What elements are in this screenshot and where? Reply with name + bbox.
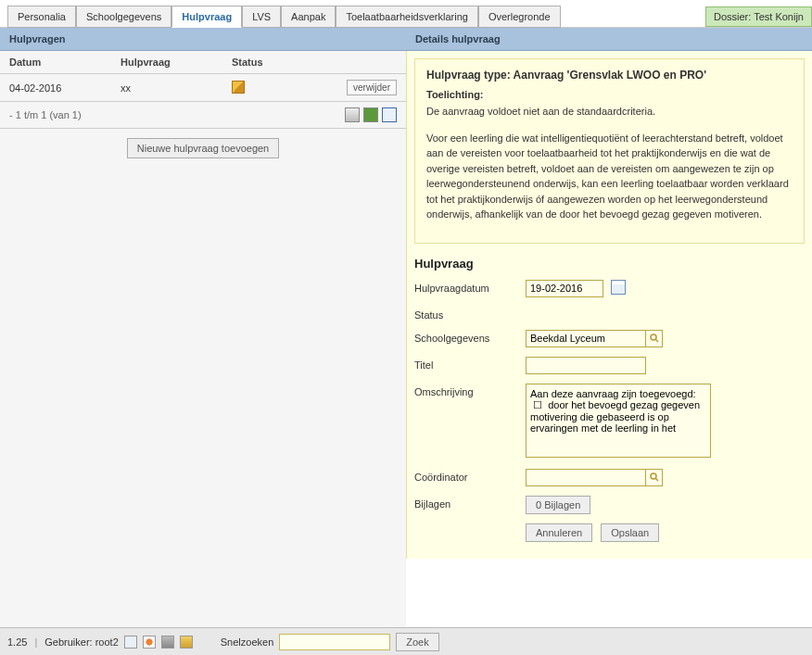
col-header-status: Status xyxy=(232,57,324,68)
annuleren-button[interactable]: Annuleren xyxy=(526,523,592,542)
main: Hulpvragen Datum Hulpvraag Status 04-02-… xyxy=(0,28,812,627)
lookup-icon[interactable] xyxy=(646,469,663,486)
tabs: Personalia Schoolgegevens Hulpvraag LVS … xyxy=(7,6,561,27)
details-body: Hulpvraag type: Aanvraag 'Grensvlak LWOO… xyxy=(406,51,812,559)
svg-point-0 xyxy=(651,334,656,340)
user-label: Gebruiker: root2 xyxy=(44,636,118,648)
info-sublabel: Toelichting: xyxy=(426,89,793,100)
search-button[interactable]: Zoek xyxy=(396,633,438,651)
new-button-row: Nieuwe hulpvraag toevoegen xyxy=(0,129,406,168)
bottom-bar: 1.25 | Gebruiker: root2 Snelzoeken Zoek xyxy=(0,627,812,655)
edit-icon[interactable] xyxy=(232,81,245,94)
flag-icon[interactable] xyxy=(124,636,137,649)
tab-lvs[interactable]: LVS xyxy=(242,6,281,28)
right-panel-header: Details hulpvraag xyxy=(406,28,812,51)
form-row-hulpvraagdatum: Hulpvraagdatum xyxy=(414,280,805,297)
quicksearch-label: Snelzoeken xyxy=(221,636,274,648)
form-row-titel: Titel xyxy=(414,357,805,374)
svg-line-1 xyxy=(655,340,658,343)
info-title: Hulpvraag type: Aanvraag 'Grensvlak LWOO… xyxy=(426,69,793,82)
cell-actions: verwijder xyxy=(324,80,397,95)
svg-line-3 xyxy=(655,479,658,482)
tab-overlegronde[interactable]: Overlegronde xyxy=(478,6,561,28)
input-coordinator[interactable] xyxy=(526,469,646,486)
table-header: Datum Hulpvraag Status xyxy=(0,51,406,74)
key-icon[interactable] xyxy=(180,636,193,649)
pager-text: - 1 t/m 1 (van 1) xyxy=(9,109,341,120)
label-omschrijving: Omschrijving xyxy=(414,384,526,397)
label-hulpvraagdatum: Hulpvraagdatum xyxy=(414,280,526,294)
cell-hulpvraag: xx xyxy=(121,82,232,94)
col-header-hulpvraag: Hulpvraag xyxy=(121,57,232,68)
opslaan-button[interactable]: Opslaan xyxy=(601,523,659,542)
form-row-status: Status xyxy=(414,307,805,321)
version-label: 1.25 xyxy=(7,636,27,648)
form-row-schoolgegevens: Schoolgegevens xyxy=(414,330,805,347)
label-coordinator: Coördinator xyxy=(414,469,526,483)
refresh-icon[interactable] xyxy=(143,636,156,649)
button-row: Annuleren Opslaan xyxy=(414,523,805,551)
info-box: Hulpvraag type: Aanvraag 'Grensvlak LWOO… xyxy=(414,58,805,244)
label-status: Status xyxy=(414,307,526,321)
label-schoolgegevens: Schoolgegevens xyxy=(414,330,526,344)
pager-row: - 1 t/m 1 (van 1) xyxy=(0,102,406,129)
table-row[interactable]: 04-02-2016 xx verwijder xyxy=(0,74,406,102)
lookup-icon[interactable] xyxy=(646,330,663,347)
excel-icon[interactable] xyxy=(363,107,378,122)
print-icon[interactable] xyxy=(345,107,360,122)
section-title: Hulpvraag xyxy=(414,257,805,271)
form-row-coordinator: Coördinator xyxy=(414,469,805,486)
form-row-bijlagen: Bijlagen 0 Bijlagen xyxy=(414,496,805,514)
tab-toelaatbaarheidsverklaring[interactable]: Toelaatbaarheidsverklaring xyxy=(336,6,477,28)
new-hulpvraag-button[interactable]: Nieuwe hulpvraag toevoegen xyxy=(127,138,280,158)
tab-personalia[interactable]: Personalia xyxy=(7,6,76,28)
quicksearch-input[interactable] xyxy=(279,634,390,650)
label-titel: Titel xyxy=(414,357,526,371)
input-hulpvraagdatum[interactable] xyxy=(526,280,603,297)
cell-status xyxy=(232,81,324,95)
info-para1: De aanvraag voldoet niet aan de standaar… xyxy=(426,104,793,120)
textarea-omschrijving[interactable] xyxy=(526,384,711,458)
info-para2: Voor een leerling die wat intelligentieq… xyxy=(426,131,793,222)
columns-icon[interactable] xyxy=(382,107,397,122)
label-bijlagen: Bijlagen xyxy=(414,496,526,510)
input-titel[interactable] xyxy=(526,357,646,374)
svg-point-2 xyxy=(651,473,656,479)
left-panel: Hulpvragen Datum Hulpvraag Status 04-02-… xyxy=(0,28,406,627)
cell-datum: 04-02-2016 xyxy=(9,82,121,94)
tab-schoolgegevens[interactable]: Schoolgegevens xyxy=(76,6,171,28)
db-icon[interactable] xyxy=(161,636,174,649)
form-row-omschrijving: Omschrijving xyxy=(414,384,805,460)
dossier-badge: Dossier: Test Konijn xyxy=(705,6,812,27)
verwijder-button[interactable]: verwijder xyxy=(347,80,397,95)
left-panel-header: Hulpvragen xyxy=(0,28,406,51)
col-header-datum: Datum xyxy=(9,57,121,68)
bijlagen-button[interactable]: 0 Bijlagen xyxy=(526,496,590,514)
tab-aanpak[interactable]: Aanpak xyxy=(281,6,336,28)
right-panel: Details hulpvraag Hulpvraag type: Aanvra… xyxy=(406,28,812,627)
input-schoolgegevens[interactable] xyxy=(526,330,646,347)
calendar-icon[interactable] xyxy=(611,280,626,295)
top-bar: Personalia Schoolgegevens Hulpvraag LVS … xyxy=(0,0,812,28)
tab-hulpvraag[interactable]: Hulpvraag xyxy=(171,6,242,28)
